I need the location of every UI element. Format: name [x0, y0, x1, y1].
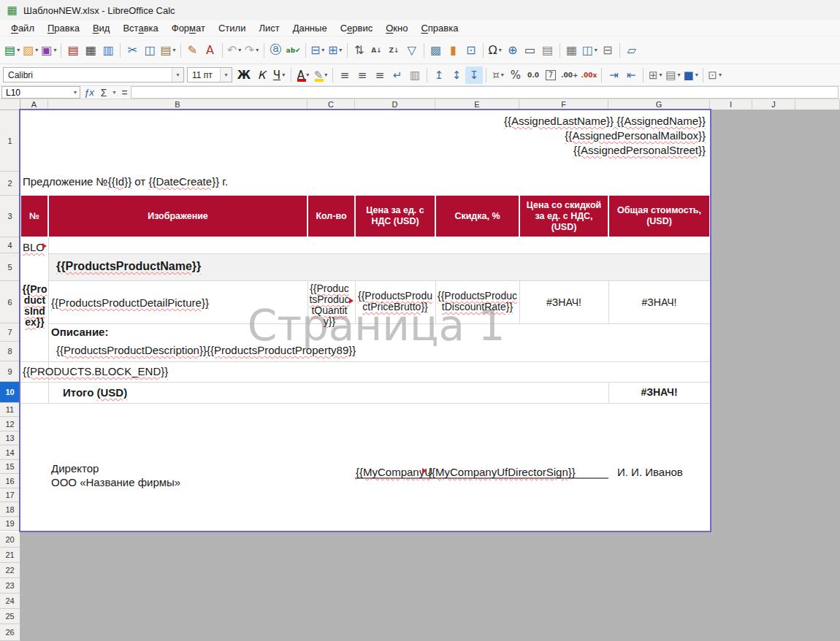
menu-file[interactable]: Файл	[4, 21, 41, 35]
row-header-2[interactable]: 2	[0, 172, 20, 196]
increase-indent-icon[interactable]: ⇥	[605, 66, 622, 84]
find-replace-icon[interactable]: ⓐ	[267, 40, 285, 61]
row-header-9[interactable]: 9	[0, 361, 20, 382]
wrap-text-icon[interactable]: ↵	[389, 66, 406, 84]
row-header-19[interactable]: 19	[0, 517, 20, 531]
insert-column-icon[interactable]: ⊞▾	[327, 40, 344, 61]
chevron-down-icon[interactable]: ▾	[660, 72, 663, 78]
conditional-formatting-icon[interactable]: ⊡▾	[706, 66, 724, 84]
row-header-12[interactable]: 12	[0, 417, 20, 431]
cell-products-index[interactable]: {{ProductsIndex}}	[22, 284, 47, 328]
merge-cells-icon[interactable]: ▥	[406, 66, 424, 84]
formula-equals-icon[interactable]: =	[118, 87, 130, 99]
date-format-icon[interactable]: 7	[542, 66, 560, 84]
font-size-combo[interactable]: 11 пт ▾	[187, 67, 232, 82]
cell-sign-placeholder-2[interactable]: {{MyCompanyUfDirectorSign}}	[428, 466, 576, 478]
cell-product-picture[interactable]: {{ProductsProductDetailPicture}}	[51, 296, 209, 309]
menu-tools[interactable]: Сервис	[334, 21, 380, 35]
chevron-down-icon[interactable]: ▾	[53, 47, 56, 53]
cell-assigned-name[interactable]: {{AssignedLastName}} {{AssignedName}}	[365, 114, 706, 128]
column-header-J[interactable]: J	[752, 99, 795, 110]
table-header-price[interactable]: Цена за ед. с НДС (USD)	[356, 196, 435, 237]
chevron-down-icon[interactable]: ▾	[220, 68, 232, 82]
menu-styles[interactable]: Стили	[212, 21, 252, 35]
freeze-panes-icon[interactable]: ◫▾	[581, 40, 599, 61]
cell-total-error[interactable]: #ЗНАЧ!	[609, 386, 709, 398]
chevron-down-icon[interactable]: ▾	[501, 72, 504, 78]
align-right-icon[interactable]: ≡	[371, 66, 389, 84]
export-pdf-icon[interactable]: ▤	[64, 40, 82, 61]
column-header[interactable]	[795, 99, 840, 110]
name-box[interactable]: L10 ▾	[1, 86, 80, 99]
chevron-down-icon[interactable]: ▾	[339, 47, 342, 53]
column-header-I[interactable]: I	[710, 99, 752, 110]
cell-recipient-block[interactable]: {{AssignedLastName}} {{AssignedName}} {{…	[365, 114, 706, 158]
row-header-21[interactable]: 21	[0, 548, 20, 563]
pivot-table-icon[interactable]: ⊡	[462, 40, 480, 61]
row-header-26[interactable]: 26	[0, 624, 20, 641]
align-top-icon[interactable]: ↥	[430, 66, 448, 84]
cell-company-name[interactable]: ООО «Название фирмы»	[51, 476, 180, 488]
menu-sheet[interactable]: Лист	[252, 21, 286, 35]
row-header-23[interactable]: 23	[0, 578, 20, 594]
cell-proposal-title[interactable]: Предложение №{{Id}} от {{DateCreate}} г.	[23, 175, 228, 188]
italic-icon[interactable]: К	[253, 66, 270, 84]
sum-icon[interactable]: Σ	[98, 87, 110, 99]
row-header-24[interactable]: 24	[0, 594, 20, 609]
chevron-down-icon[interactable]: ▾	[172, 68, 183, 82]
font-name-combo[interactable]: Calibri ▾	[3, 67, 184, 82]
number-format-icon[interactable]: 0.0	[524, 66, 542, 84]
table-header-price-discounted[interactable]: Цена со скидкой за ед. с НДС, (USD)	[520, 196, 608, 237]
row-header-6[interactable]: 6	[0, 281, 20, 323]
cell-value-error-g6[interactable]: #ЗНАЧ!	[609, 296, 709, 308]
chevron-down-icon[interactable]: ▾	[71, 89, 80, 96]
row-header-18[interactable]: 18	[0, 502, 20, 517]
sort-icon[interactable]: ⇅	[351, 40, 368, 61]
table-header-num[interactable]: №	[21, 196, 47, 237]
chevron-down-icon[interactable]: ▾	[677, 72, 680, 78]
sort-ascending-icon[interactable]: A↓	[368, 40, 386, 61]
paste-icon[interactable]: ▤▾	[159, 40, 177, 61]
select-all-corner[interactable]	[0, 99, 20, 110]
chevron-down-icon[interactable]: ▾	[719, 72, 722, 78]
row-header-22[interactable]: 22	[0, 563, 20, 578]
menu-help[interactable]: Справка	[414, 21, 465, 35]
spelling-icon[interactable]: ab✔	[285, 40, 302, 61]
chevron-down-icon[interactable]: ▾	[595, 47, 597, 53]
chevron-down-icon[interactable]: ▾	[35, 47, 38, 53]
chevron-down-icon[interactable]: ▾	[324, 72, 327, 78]
clone-formatting-icon[interactable]: ✎	[184, 40, 202, 61]
cell-assigned-street[interactable]: {{AssignedPersonalStreet}}	[365, 143, 706, 158]
headers-footers-icon[interactable]: ▤	[539, 40, 557, 61]
row-header-5[interactable]: 5	[0, 253, 20, 281]
print-preview-icon[interactable]: ▥	[99, 40, 117, 61]
formula-input[interactable]	[131, 86, 839, 99]
cell-director-name[interactable]: И. И. Иванов	[617, 466, 683, 478]
cell-product-quantity[interactable]: {{ProductsProductQuantity}}	[309, 283, 350, 327]
undo-icon[interactable]: ↶▾	[226, 40, 243, 61]
row-header-11[interactable]: 11	[0, 403, 20, 417]
menu-data[interactable]: Данные	[286, 21, 334, 35]
decrease-indent-icon[interactable]: ⇤	[622, 66, 640, 84]
highlight-color-icon[interactable]: ✎▾	[312, 66, 329, 84]
cell-description-value[interactable]: {{ProductsProductDescription}}{{Products…	[56, 344, 356, 356]
row-header-7[interactable]: 7	[0, 323, 20, 342]
cell-total-label[interactable]: Итого (USD)	[63, 386, 127, 399]
cut-icon[interactable]: ✂	[123, 40, 141, 61]
define-print-area-icon[interactable]: ▦	[563, 40, 581, 61]
cell-director-label[interactable]: Директор	[51, 462, 99, 475]
delete-decimal-icon[interactable]: .00x	[579, 66, 598, 84]
split-window-icon[interactable]: ⊟	[599, 40, 616, 61]
borders-icon[interactable]: ⊞▾	[646, 66, 664, 84]
row-header-16[interactable]: 16	[0, 474, 20, 488]
save-icon[interactable]: ▣▾	[39, 40, 58, 61]
percent-format-icon[interactable]: %	[507, 66, 524, 84]
insert-image-icon[interactable]: ▩	[427, 40, 445, 61]
open-icon[interactable]: ▨▾	[21, 40, 39, 61]
underline-icon[interactable]: Ч▾	[270, 66, 288, 84]
currency-format-icon[interactable]: ¤▾	[489, 66, 507, 84]
menu-view[interactable]: Вид	[86, 21, 117, 35]
clear-formatting-icon[interactable]: A	[202, 40, 219, 61]
cell-product-name[interactable]: {{ProductsProductName}}	[56, 260, 201, 273]
comment-icon[interactable]: ▭	[522, 40, 539, 61]
